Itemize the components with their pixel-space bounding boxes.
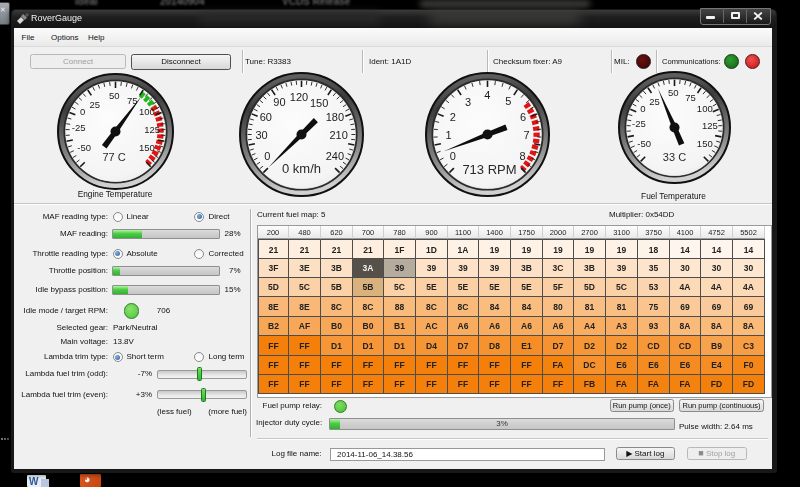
svg-text:-25: -25 bbox=[72, 122, 86, 133]
svg-text:90: 90 bbox=[273, 96, 285, 108]
svg-text:25: 25 bbox=[90, 98, 101, 109]
svg-text:240: 240 bbox=[326, 150, 344, 162]
svg-text:8: 8 bbox=[519, 150, 525, 162]
svg-text:-50: -50 bbox=[77, 142, 91, 153]
svg-text:25: 25 bbox=[649, 95, 660, 106]
svg-text:0: 0 bbox=[640, 102, 645, 113]
svg-text:7: 7 bbox=[523, 129, 529, 141]
svg-text:100: 100 bbox=[139, 106, 155, 117]
svg-text:100: 100 bbox=[697, 103, 713, 114]
svg-text:4: 4 bbox=[484, 89, 490, 101]
svg-text:0: 0 bbox=[264, 150, 270, 162]
svg-text:120: 120 bbox=[290, 90, 308, 102]
svg-text:1: 1 bbox=[445, 129, 451, 141]
svg-text:0: 0 bbox=[80, 106, 85, 117]
svg-text:77 C: 77 C bbox=[102, 150, 125, 162]
svg-text:210: 210 bbox=[329, 129, 347, 141]
svg-text:0: 0 bbox=[449, 150, 455, 162]
svg-text:125: 125 bbox=[144, 124, 160, 135]
svg-text:6: 6 bbox=[520, 111, 526, 123]
svg-text:180: 180 bbox=[326, 111, 344, 123]
svg-text:3: 3 bbox=[464, 96, 470, 108]
svg-text:50: 50 bbox=[109, 89, 120, 100]
svg-text:150: 150 bbox=[310, 97, 328, 109]
svg-text:150: 150 bbox=[139, 142, 155, 153]
svg-text:75: 75 bbox=[685, 92, 696, 103]
svg-text:2: 2 bbox=[449, 111, 455, 123]
svg-text:125: 125 bbox=[702, 120, 718, 131]
svg-text:150: 150 bbox=[697, 137, 713, 148]
svg-text:-25: -25 bbox=[632, 118, 646, 129]
svg-text:50: 50 bbox=[668, 87, 679, 98]
svg-text:-50: -50 bbox=[637, 137, 651, 148]
svg-text:33 C: 33 C bbox=[663, 151, 686, 163]
svg-text:5: 5 bbox=[505, 95, 511, 107]
svg-text:0 km/h: 0 km/h bbox=[282, 161, 321, 176]
svg-text:60: 60 bbox=[260, 111, 272, 123]
svg-text:30: 30 bbox=[255, 129, 267, 141]
svg-text:713 RPM: 713 RPM bbox=[462, 162, 516, 177]
